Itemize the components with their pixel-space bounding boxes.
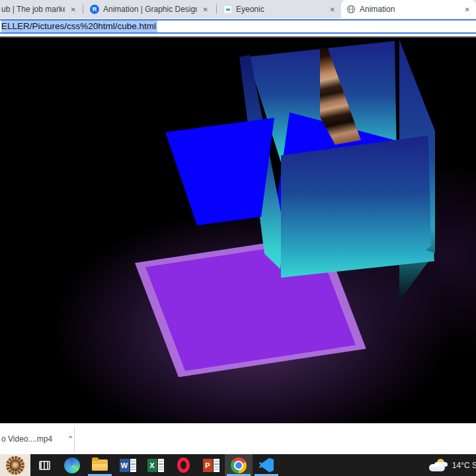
tab-close-icon[interactable]: ✕ (463, 5, 472, 15)
word-icon: W (120, 459, 136, 472)
tab-job-marketplace[interactable]: ub | The job marketplac ✕ (0, 0, 82, 19)
weather-cloud-icon (428, 459, 447, 472)
shelf-divider (74, 426, 75, 452)
tab-separator (216, 5, 217, 14)
opera-button[interactable] (169, 454, 197, 476)
weather-temperature: 14°C S (452, 461, 476, 470)
tab-title: Animation (360, 5, 459, 14)
tab-title: Eyeonic (236, 5, 324, 14)
chrome-icon (231, 457, 247, 473)
taskbar-weather-widget[interactable]: 14°C S (428, 454, 476, 476)
excel-icon: X (147, 459, 164, 472)
powerpoint-button[interactable]: P (197, 454, 225, 476)
file-explorer-button[interactable] (86, 454, 114, 476)
powerpoint-icon: P (203, 459, 219, 472)
tab-close-icon[interactable]: ✕ (201, 5, 210, 15)
browser-window: ub | The job marketplac ✕ R Animation | … (0, 0, 476, 476)
tab-strip: ub | The job marketplac ✕ R Animation | … (0, 0, 476, 19)
folder-icon (92, 459, 108, 471)
task-view-button[interactable] (30, 454, 58, 476)
medallion-icon (6, 456, 24, 475)
word-button[interactable]: W (114, 454, 141, 476)
cube-front-wall (281, 136, 434, 278)
page-content-3d-scene (0, 38, 476, 423)
download-item[interactable]: o Video....mp4 ⌃ (1, 424, 77, 454)
address-input[interactable]: ELLER/Pictures/css%20html/cube.html (0, 19, 476, 34)
opera-icon (177, 457, 190, 473)
chrome-button[interactable] (225, 454, 253, 476)
address-bar-row: ELLER/Pictures/css%20html/cube.html (0, 19, 476, 38)
tab-eyeonic[interactable]: Eyeonic ✕ (218, 0, 341, 19)
edge-icon (64, 457, 80, 473)
tab-title: Animation | Graphic Design portf (103, 5, 197, 14)
download-expand-icon[interactable]: ⌃ (64, 434, 77, 444)
tab-separator (83, 5, 83, 14)
url-selected-text[interactable]: ELLER/Pictures/css%20html/cube.html (1, 20, 157, 32)
download-shelf: o Video....mp4 ⌃ (0, 423, 476, 454)
tab-animation-active[interactable]: Animation ✕ (341, 0, 476, 19)
tab-title: ub | The job marketplac (1, 5, 65, 14)
tab-close-icon[interactable]: ✕ (69, 5, 78, 15)
globe-favicon-icon (346, 5, 356, 14)
download-filename: o Video....mp4 (1, 434, 52, 444)
tab-close-icon[interactable]: ✕ (328, 5, 337, 15)
edge-button[interactable] (58, 454, 86, 476)
taskbar-ornament-button[interactable] (0, 454, 30, 476)
vscode-button[interactable] (253, 454, 280, 476)
excel-button[interactable]: X (141, 454, 169, 476)
windows-taskbar: W X P 14°C S (0, 454, 476, 476)
vscode-icon (259, 458, 274, 473)
portfolio-favicon-icon: R (90, 5, 99, 14)
task-view-icon (39, 461, 50, 470)
eyeonic-favicon-icon (223, 5, 232, 14)
tab-graphic-design-portfolio[interactable]: R Animation | Graphic Design portf ✕ (85, 0, 214, 19)
